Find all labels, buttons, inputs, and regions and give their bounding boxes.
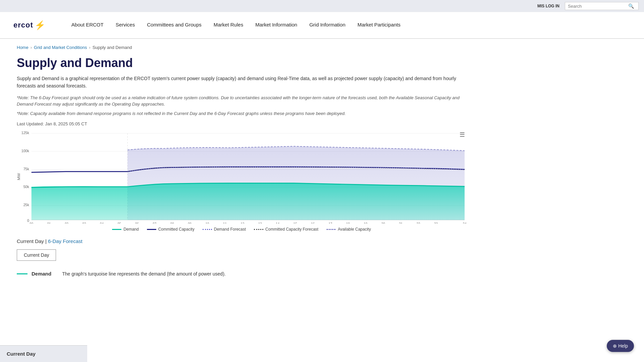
- svg-text:23: 23: [434, 222, 438, 224]
- svg-text:01: 01: [47, 222, 51, 224]
- logo-icon: ⚡: [35, 20, 45, 31]
- last-updated: Last Updated: Jan 8, 2025 05:05 CT: [17, 121, 466, 126]
- chart-svg: 125k 100k 75k 50k 25k 0 MW: [17, 130, 466, 224]
- legend-available-line: [326, 229, 336, 230]
- legend-committed-capacity: Committed Capacity: [147, 227, 195, 232]
- nav-market-information[interactable]: Market Information: [249, 12, 303, 38]
- current-day-button[interactable]: Current Day: [17, 249, 56, 261]
- legend-demand: Demand: [112, 227, 139, 232]
- demand-line-svg: [17, 272, 28, 276]
- search-input[interactable]: [568, 4, 628, 9]
- nav-grid-information[interactable]: Grid Information: [303, 12, 352, 38]
- breadcrumb-grid-market[interactable]: Grid and Market Conditions: [34, 45, 87, 50]
- svg-text:03: 03: [83, 222, 86, 224]
- svg-text:11: 11: [223, 222, 227, 224]
- svg-text:21: 21: [399, 222, 402, 224]
- svg-text:24: 24: [463, 222, 466, 224]
- breadcrumb: Home › Grid and Market Conditions › Supp…: [0, 39, 644, 53]
- svg-text:50k: 50k: [23, 185, 30, 189]
- svg-text:02: 02: [65, 222, 68, 224]
- svg-text:22: 22: [417, 222, 420, 224]
- tab-separator: |: [45, 238, 48, 244]
- svg-text:MW: MW: [17, 173, 20, 180]
- svg-text:14: 14: [276, 222, 279, 224]
- legend-demand-forecast: Demand Forecast: [203, 227, 246, 232]
- chart-container: ☰ 125k 100k 75k 50k 25k 0 MW: [17, 130, 466, 224]
- nav-committees[interactable]: Committees and Groups: [141, 12, 208, 38]
- svg-text:20: 20: [381, 222, 385, 224]
- header: ercot ⚡ About ERCOT Services Committees …: [0, 12, 644, 39]
- top-bar: MIS LOG IN 🔍 Login: [0, 0, 644, 12]
- breadcrumb-sep-2: ›: [89, 45, 90, 50]
- search-bar: 🔍: [565, 2, 639, 10]
- nav-market-participants[interactable]: Market Participants: [352, 12, 407, 38]
- svg-text:18: 18: [346, 222, 350, 224]
- svg-text:09: 09: [188, 222, 192, 224]
- logo-text: ercot: [13, 21, 33, 29]
- demand-line-icon: [17, 272, 28, 276]
- svg-text:0: 0: [27, 218, 29, 223]
- legend-demand-forecast-label: Demand Forecast: [214, 227, 246, 232]
- legend-committed-forecast-label: Committed Capacity Forecast: [265, 227, 318, 232]
- legend-committed-line: [147, 229, 156, 230]
- demand-label: Demand: [32, 271, 51, 277]
- chart-legend: Demand Committed Capacity Demand Forecas…: [17, 227, 466, 232]
- svg-text:07: 07: [153, 222, 156, 224]
- page-title: Supply and Demand: [17, 56, 466, 70]
- legend-committed-forecast: Committed Capacity Forecast: [254, 227, 318, 232]
- legend-demand-label: Demand: [123, 227, 139, 232]
- legend-committed-forecast-line: [254, 229, 263, 230]
- legend-demand-line: [112, 229, 121, 230]
- svg-text:05: 05: [117, 222, 121, 224]
- svg-text:75k: 75k: [23, 167, 30, 171]
- nav-about-ercot[interactable]: About ERCOT: [65, 12, 110, 38]
- main-nav: About ERCOT Services Committees and Grou…: [65, 12, 407, 38]
- nav-market-rules[interactable]: Market Rules: [208, 12, 249, 38]
- svg-text:25k: 25k: [23, 203, 30, 207]
- legend-demand-forecast-line: [203, 229, 212, 230]
- tab-section: Current Day | 6-Day Forecast Current Day: [17, 238, 466, 267]
- mis-log-in-link[interactable]: MIS LOG IN: [537, 4, 559, 8]
- current-day-tab-text: Current Day: [17, 238, 44, 244]
- svg-text:10: 10: [206, 222, 209, 224]
- svg-text:12: 12: [241, 222, 245, 224]
- svg-text:00: 00: [30, 222, 33, 224]
- svg-text:19: 19: [364, 222, 368, 224]
- svg-text:15: 15: [293, 222, 297, 224]
- breadcrumb-home[interactable]: Home: [17, 45, 29, 50]
- svg-text:16: 16: [311, 222, 315, 224]
- breadcrumb-current: Supply and Demand: [93, 45, 132, 50]
- legend-available-label: Available Capacity: [338, 227, 371, 232]
- svg-text:13: 13: [258, 222, 262, 224]
- svg-text:100k: 100k: [21, 149, 29, 153]
- legend-available-capacity: Available Capacity: [326, 227, 371, 232]
- svg-text:04: 04: [100, 222, 104, 224]
- tab-links: Current Day | 6-Day Forecast: [17, 238, 466, 244]
- legend-committed-label: Committed Capacity: [158, 227, 195, 232]
- six-day-forecast-link[interactable]: 6-Day Forecast: [48, 238, 83, 244]
- note-1: *Note: The 6-Day Forecast graph should o…: [17, 95, 466, 108]
- breadcrumb-sep-1: ›: [31, 45, 32, 50]
- chart-menu-icon[interactable]: ☰: [458, 130, 466, 140]
- search-icon-button[interactable]: 🔍: [628, 3, 634, 9]
- logo[interactable]: ercot ⚡: [13, 20, 45, 31]
- svg-text:08: 08: [170, 222, 174, 224]
- svg-text:125k: 125k: [21, 131, 29, 135]
- svg-text:06: 06: [135, 222, 139, 224]
- main-content: Supply and Demand Supply and Demand is a…: [0, 53, 483, 290]
- page-description: Supply and Demand is a graphical represe…: [17, 75, 466, 90]
- demand-row: Demand The graph's turquoise line repres…: [17, 271, 466, 277]
- svg-text:17: 17: [329, 222, 332, 224]
- note-2: *Note: Capacity available from demand re…: [17, 110, 466, 117]
- demand-description: The graph's turquoise line represents th…: [62, 271, 226, 277]
- nav-services[interactable]: Services: [110, 12, 141, 38]
